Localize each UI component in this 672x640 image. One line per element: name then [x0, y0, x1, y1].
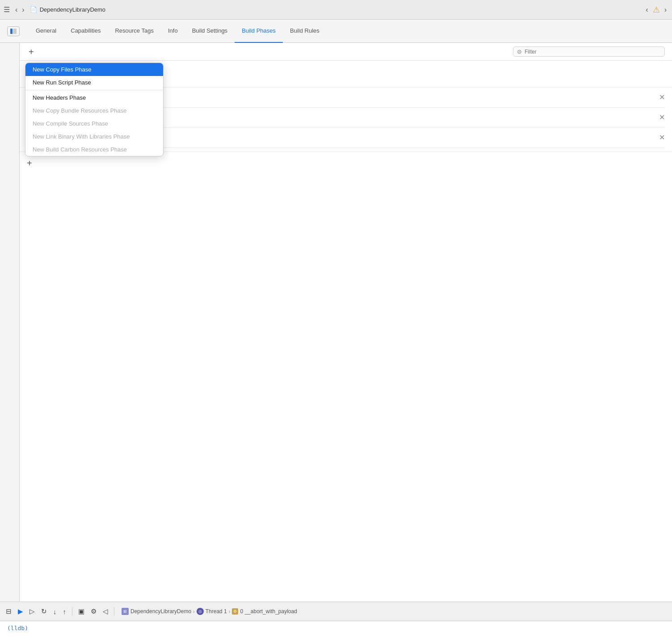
project-title: 📄 DependencyLibraryDemo [30, 6, 105, 13]
dropdown-item-build-carbon: New Build Carbon Resources Phase [25, 143, 163, 156]
tab-build-phases[interactable]: Build Phases [235, 20, 283, 43]
breadcrumb-frame: 0 __abort_with_payload [240, 608, 297, 615]
bottom-add-button[interactable]: + [27, 155, 32, 172]
console-prompt: (lldb) [7, 625, 28, 632]
debug-location-button[interactable]: ◁ [101, 606, 110, 617]
dropdown-divider [25, 90, 163, 90]
content-toolbar: + New Copy Files Phase New Run Script Ph… [20, 43, 672, 61]
tab-resource-tags[interactable]: Resource Tags [108, 20, 160, 43]
breadcrumb-chevron-2: › [229, 609, 231, 614]
debug-step-over-button[interactable]: ↻ [39, 606, 49, 617]
prev-issue-button[interactable]: ‹ [644, 5, 650, 15]
main-layout: + New Copy Files Phase New Run Script Ph… [0, 43, 672, 602]
phase-close-link[interactable]: ✕ [659, 114, 665, 121]
add-phase-button[interactable]: + [27, 47, 36, 56]
debug-view-button[interactable]: ▣ [76, 606, 87, 617]
console-area[interactable]: (lldb) [0, 621, 672, 640]
thread-breadcrumb-icon: ◎ [197, 608, 204, 615]
dropdown-item-run-script[interactable]: New Run Script Phase [25, 76, 163, 89]
breadcrumb-chevron-1: › [193, 609, 195, 614]
titlebar-right: ‹ ⚠ › [644, 5, 668, 15]
sidebar [0, 43, 20, 602]
debug-continue-button[interactable]: ▷ [27, 606, 37, 617]
navigation-buttons: ‹ › [13, 5, 26, 15]
project-name-label: DependencyLibraryDemo [40, 6, 105, 13]
svg-rect-1 [13, 29, 17, 34]
frame-breadcrumb-icon: ⚙ [232, 608, 238, 615]
breadcrumb-thread: Thread 1 [206, 608, 227, 615]
sidebar-toggle-button[interactable] [7, 26, 20, 36]
tab-info[interactable]: Info [161, 20, 185, 43]
tab-capabilities[interactable]: Capabilities [63, 20, 108, 43]
filter-icon: ⊜ [517, 48, 522, 55]
project-file-icon: 📄 [30, 6, 37, 13]
debug-step-into-button[interactable]: ↓ [51, 606, 59, 617]
tab-build-settings[interactable]: Build Settings [185, 20, 235, 43]
filter-input[interactable] [525, 49, 661, 55]
tab-general[interactable]: General [29, 20, 63, 43]
tabbar: General Capabilities Resource Tags Info … [0, 20, 672, 43]
breadcrumb-project: DependencyLibraryDemo [130, 608, 191, 615]
dropdown-item-compile-sources: New Compile Sources Phase [25, 117, 163, 130]
debug-breadcrumb: ⊞ DependencyLibraryDemo › ◎ Thread 1 › ⚙… [122, 608, 297, 615]
dropdown-item-link-binary: New Link Binary With Libraries Phase [25, 130, 163, 143]
warning-icon: ⚠ [653, 5, 660, 15]
phase-close-copy-bundle[interactable]: ✕ [659, 134, 665, 141]
content-panel: + New Copy Files Phase New Run Script Ph… [20, 43, 672, 602]
sidebar-icon [10, 29, 17, 34]
debug-separator-1 [72, 607, 72, 616]
sidebar-icon: ☰ [4, 5, 10, 14]
debug-share-button[interactable]: ⚙ [88, 606, 99, 617]
debug-bar: ⊟ ▶ ▷ ↻ ↓ ↑ ▣ ⚙ ◁ ⊞ DependencyLibraryDem… [0, 602, 672, 621]
titlebar: ☰ ‹ › 📄 DependencyLibraryDemo ‹ ⚠ › [0, 0, 672, 20]
filter-box: ⊜ [513, 46, 665, 57]
next-issue-button[interactable]: › [663, 5, 668, 15]
dropdown-item-copy-bundle: New Copy Bundle Resources Phase [25, 104, 163, 117]
forward-button[interactable]: › [20, 5, 26, 15]
back-button[interactable]: ‹ [13, 5, 19, 15]
debug-breakpoint-button[interactable]: ▶ [16, 606, 25, 617]
debug-separator-2 [114, 607, 114, 616]
dropdown-item-headers[interactable]: New Headers Phase [25, 91, 163, 104]
dropdown-menu: New Copy Files Phase New Run Script Phas… [25, 63, 164, 156]
tab-build-rules[interactable]: Build Rules [283, 20, 327, 43]
phase-close-compile[interactable]: ✕ [659, 94, 665, 101]
debug-step-out-button[interactable]: ↑ [61, 606, 69, 617]
debug-hide-button[interactable]: ⊟ [4, 606, 14, 617]
svg-rect-0 [10, 29, 13, 34]
project-breadcrumb-icon: ⊞ [122, 608, 129, 615]
main-body: + New Copy Files Phase New Run Script Ph… [0, 43, 672, 640]
dropdown-item-copy-files[interactable]: New Copy Files Phase [25, 63, 163, 76]
